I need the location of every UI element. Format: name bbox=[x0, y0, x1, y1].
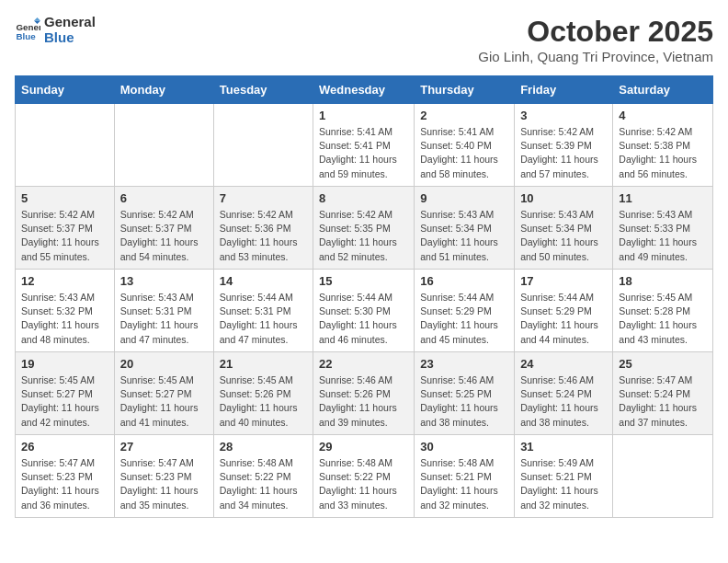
day-info: Sunrise: 5:46 AM Sunset: 5:25 PM Dayligh… bbox=[420, 373, 508, 430]
day-info: Sunrise: 5:41 AM Sunset: 5:41 PM Dayligh… bbox=[319, 125, 408, 181]
calendar-cell bbox=[613, 435, 713, 518]
day-number: 2 bbox=[420, 109, 508, 122]
day-number: 22 bbox=[319, 357, 408, 371]
day-number: 17 bbox=[520, 274, 607, 288]
calendar-week-row: 1Sunrise: 5:41 AM Sunset: 5:41 PM Daylig… bbox=[16, 104, 713, 187]
calendar-cell: 17Sunrise: 5:44 AM Sunset: 5:29 PM Dayli… bbox=[515, 270, 613, 352]
day-number: 7 bbox=[220, 191, 307, 205]
calendar-cell: 30Sunrise: 5:48 AM Sunset: 5:21 PM Dayli… bbox=[415, 435, 515, 518]
day-info: Sunrise: 5:48 AM Sunset: 5:22 PM Dayligh… bbox=[220, 456, 307, 512]
weekday-header-monday: Monday bbox=[114, 76, 213, 104]
day-info: Sunrise: 5:43 AM Sunset: 5:32 PM Dayligh… bbox=[21, 291, 108, 347]
day-number: 11 bbox=[619, 191, 707, 205]
calendar-cell: 18Sunrise: 5:45 AM Sunset: 5:28 PM Dayli… bbox=[613, 270, 713, 352]
day-info: Sunrise: 5:43 AM Sunset: 5:34 PM Dayligh… bbox=[520, 208, 607, 264]
location-title: Gio Linh, Quang Tri Province, Vietnam bbox=[478, 49, 713, 64]
calendar-cell: 14Sunrise: 5:44 AM Sunset: 5:31 PM Dayli… bbox=[213, 270, 313, 352]
calendar-cell: 8Sunrise: 5:42 AM Sunset: 5:35 PM Daylig… bbox=[313, 187, 415, 270]
day-number: 20 bbox=[120, 357, 208, 371]
logo: General Blue General Blue bbox=[15, 15, 96, 45]
day-info: Sunrise: 5:42 AM Sunset: 5:36 PM Dayligh… bbox=[220, 208, 307, 264]
logo-general: General bbox=[44, 15, 96, 30]
calendar-cell bbox=[114, 104, 213, 187]
calendar-cell: 31Sunrise: 5:49 AM Sunset: 5:21 PM Dayli… bbox=[515, 435, 613, 518]
day-info: Sunrise: 5:48 AM Sunset: 5:22 PM Dayligh… bbox=[319, 456, 408, 512]
calendar-cell: 4Sunrise: 5:42 AM Sunset: 5:38 PM Daylig… bbox=[613, 104, 713, 187]
day-number: 18 bbox=[619, 274, 707, 288]
weekday-header-sunday: Sunday bbox=[16, 76, 115, 104]
calendar-cell: 5Sunrise: 5:42 AM Sunset: 5:37 PM Daylig… bbox=[16, 187, 115, 270]
day-number: 4 bbox=[619, 109, 707, 122]
calendar-week-row: 26Sunrise: 5:47 AM Sunset: 5:23 PM Dayli… bbox=[16, 435, 713, 518]
day-info: Sunrise: 5:47 AM Sunset: 5:24 PM Dayligh… bbox=[619, 373, 707, 430]
logo-icon: General Blue bbox=[15, 17, 40, 43]
day-number: 31 bbox=[520, 440, 607, 454]
day-number: 12 bbox=[21, 274, 108, 288]
day-number: 24 bbox=[520, 357, 607, 371]
day-info: Sunrise: 5:46 AM Sunset: 5:24 PM Dayligh… bbox=[520, 373, 607, 430]
day-number: 19 bbox=[21, 357, 108, 371]
logo-blue: Blue bbox=[44, 30, 96, 46]
calendar-week-row: 5Sunrise: 5:42 AM Sunset: 5:37 PM Daylig… bbox=[16, 187, 713, 270]
day-number: 15 bbox=[319, 274, 408, 288]
day-number: 28 bbox=[220, 440, 307, 454]
day-info: Sunrise: 5:43 AM Sunset: 5:33 PM Dayligh… bbox=[619, 208, 707, 264]
day-info: Sunrise: 5:44 AM Sunset: 5:29 PM Dayligh… bbox=[420, 291, 508, 347]
day-info: Sunrise: 5:42 AM Sunset: 5:37 PM Dayligh… bbox=[120, 208, 208, 264]
calendar-cell: 10Sunrise: 5:43 AM Sunset: 5:34 PM Dayli… bbox=[515, 187, 613, 270]
day-number: 13 bbox=[120, 274, 208, 288]
calendar-cell: 29Sunrise: 5:48 AM Sunset: 5:22 PM Dayli… bbox=[313, 435, 415, 518]
title-section: October 2025 Gio Linh, Quang Tri Provinc… bbox=[478, 15, 713, 64]
day-number: 30 bbox=[420, 440, 508, 454]
calendar-cell: 22Sunrise: 5:46 AM Sunset: 5:26 PM Dayli… bbox=[313, 352, 415, 435]
svg-marker-3 bbox=[34, 17, 40, 21]
day-number: 27 bbox=[120, 440, 208, 454]
day-number: 5 bbox=[21, 191, 108, 205]
day-info: Sunrise: 5:46 AM Sunset: 5:26 PM Dayligh… bbox=[319, 373, 408, 430]
day-info: Sunrise: 5:44 AM Sunset: 5:31 PM Dayligh… bbox=[220, 291, 307, 347]
day-info: Sunrise: 5:42 AM Sunset: 5:39 PM Dayligh… bbox=[520, 125, 607, 181]
day-info: Sunrise: 5:48 AM Sunset: 5:21 PM Dayligh… bbox=[420, 456, 508, 512]
calendar-cell: 28Sunrise: 5:48 AM Sunset: 5:22 PM Dayli… bbox=[213, 435, 313, 518]
month-title: October 2025 bbox=[478, 15, 713, 49]
calendar-cell: 1Sunrise: 5:41 AM Sunset: 5:41 PM Daylig… bbox=[313, 104, 415, 187]
calendar-cell: 26Sunrise: 5:47 AM Sunset: 5:23 PM Dayli… bbox=[16, 435, 115, 518]
day-info: Sunrise: 5:47 AM Sunset: 5:23 PM Dayligh… bbox=[120, 456, 208, 512]
calendar-cell: 16Sunrise: 5:44 AM Sunset: 5:29 PM Dayli… bbox=[415, 270, 515, 352]
calendar-cell: 27Sunrise: 5:47 AM Sunset: 5:23 PM Dayli… bbox=[114, 435, 213, 518]
calendar-cell: 12Sunrise: 5:43 AM Sunset: 5:32 PM Dayli… bbox=[16, 270, 115, 352]
weekday-header-saturday: Saturday bbox=[613, 76, 713, 104]
day-info: Sunrise: 5:42 AM Sunset: 5:35 PM Dayligh… bbox=[319, 208, 408, 264]
calendar-cell: 20Sunrise: 5:45 AM Sunset: 5:27 PM Dayli… bbox=[114, 352, 213, 435]
calendar-week-row: 19Sunrise: 5:45 AM Sunset: 5:27 PM Dayli… bbox=[16, 352, 713, 435]
day-number: 10 bbox=[520, 191, 607, 205]
calendar-cell: 7Sunrise: 5:42 AM Sunset: 5:36 PM Daylig… bbox=[213, 187, 313, 270]
calendar-cell: 23Sunrise: 5:46 AM Sunset: 5:25 PM Dayli… bbox=[415, 352, 515, 435]
calendar-table: SundayMondayTuesdayWednesdayThursdayFrid… bbox=[15, 75, 713, 518]
day-number: 6 bbox=[120, 191, 208, 205]
day-number: 29 bbox=[319, 440, 408, 454]
calendar-cell: 25Sunrise: 5:47 AM Sunset: 5:24 PM Dayli… bbox=[613, 352, 713, 435]
day-info: Sunrise: 5:44 AM Sunset: 5:30 PM Dayligh… bbox=[319, 291, 408, 347]
day-number: 23 bbox=[420, 357, 508, 371]
day-info: Sunrise: 5:45 AM Sunset: 5:28 PM Dayligh… bbox=[619, 291, 707, 347]
day-number: 16 bbox=[420, 274, 508, 288]
weekday-header-friday: Friday bbox=[515, 76, 613, 104]
day-number: 9 bbox=[420, 191, 508, 205]
calendar-cell bbox=[213, 104, 313, 187]
day-info: Sunrise: 5:43 AM Sunset: 5:31 PM Dayligh… bbox=[120, 291, 208, 347]
day-info: Sunrise: 5:43 AM Sunset: 5:34 PM Dayligh… bbox=[420, 208, 508, 264]
calendar-week-row: 12Sunrise: 5:43 AM Sunset: 5:32 PM Dayli… bbox=[16, 270, 713, 352]
day-info: Sunrise: 5:45 AM Sunset: 5:27 PM Dayligh… bbox=[120, 373, 208, 430]
day-info: Sunrise: 5:45 AM Sunset: 5:26 PM Dayligh… bbox=[220, 373, 307, 430]
calendar-cell: 9Sunrise: 5:43 AM Sunset: 5:34 PM Daylig… bbox=[415, 187, 515, 270]
weekday-header-wednesday: Wednesday bbox=[313, 76, 415, 104]
day-info: Sunrise: 5:49 AM Sunset: 5:21 PM Dayligh… bbox=[520, 456, 607, 512]
calendar-cell: 2Sunrise: 5:41 AM Sunset: 5:40 PM Daylig… bbox=[415, 104, 515, 187]
calendar-cell: 11Sunrise: 5:43 AM Sunset: 5:33 PM Dayli… bbox=[613, 187, 713, 270]
calendar-cell: 3Sunrise: 5:42 AM Sunset: 5:39 PM Daylig… bbox=[515, 104, 613, 187]
day-number: 1 bbox=[319, 109, 408, 122]
day-info: Sunrise: 5:44 AM Sunset: 5:29 PM Dayligh… bbox=[520, 291, 607, 347]
day-info: Sunrise: 5:42 AM Sunset: 5:38 PM Dayligh… bbox=[619, 125, 707, 181]
calendar-cell: 24Sunrise: 5:46 AM Sunset: 5:24 PM Dayli… bbox=[515, 352, 613, 435]
